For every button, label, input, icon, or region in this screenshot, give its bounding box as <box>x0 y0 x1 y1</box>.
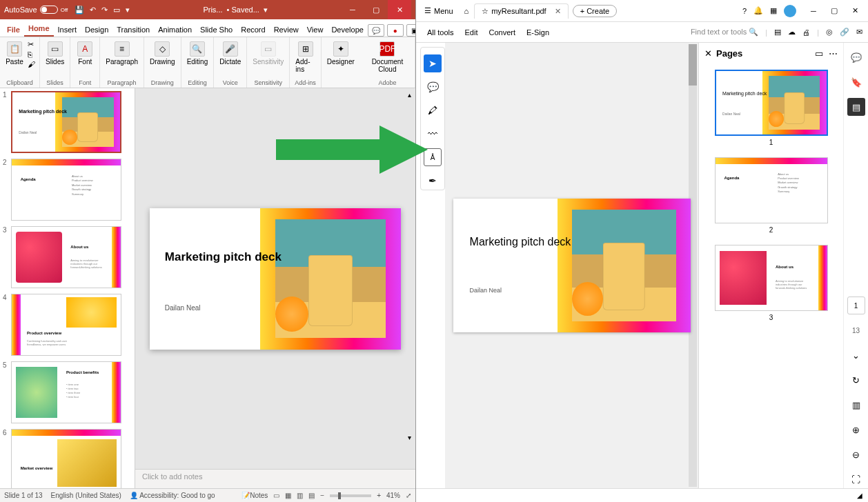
toggle-switch-icon[interactable] <box>40 6 58 14</box>
save-state[interactable]: • Saved... <box>227 6 259 14</box>
maximize-button[interactable]: ▢ <box>824 1 845 21</box>
start-slideshow-icon[interactable]: ▭ <box>113 6 120 14</box>
tab-insert[interactable]: Insert <box>54 23 81 37</box>
create-button[interactable]: + Create <box>573 5 618 17</box>
fullscreen-icon[interactable]: ⛶ <box>847 470 865 488</box>
editing-button[interactable]: 🔍Editing <box>186 40 210 67</box>
zoom-slider[interactable] <box>330 494 371 497</box>
designer-button[interactable]: ✦Designer <box>326 40 356 67</box>
thumb-preview[interactable]: Marketing pitch deckDailan Neal <box>11 91 121 153</box>
print-icon[interactable]: 🖨 <box>802 28 810 37</box>
thumb-preview[interactable]: About usAiming to revolutionizeindustrie… <box>11 226 121 288</box>
close-tab-icon[interactable]: ✕ <box>555 7 561 16</box>
doc-name[interactable]: Pris... <box>203 6 222 14</box>
tab-animations[interactable]: Animation <box>154 23 196 37</box>
copy-icon[interactable]: ⎘ <box>28 50 35 59</box>
addins-button[interactable]: ⊞Add-ins <box>294 40 316 74</box>
thumb-preview[interactable]: Market overview <box>11 429 121 488</box>
acrobat-document-view[interactable]: Marketing pitch deck Dailan Neal <box>445 43 698 488</box>
thumb-preview[interactable]: Product overviewCombining functionality … <box>11 294 121 356</box>
new-slide-button[interactable]: ▭Slides <box>44 40 66 67</box>
close-panel-icon[interactable]: ✕ <box>704 48 712 59</box>
maximize-button[interactable]: ▢ <box>364 0 388 19</box>
tab-review[interactable]: Review <box>270 23 303 37</box>
page-thumb-3[interactable]: About usAiming to revolutionizeindustrie… <box>715 245 828 311</box>
rotate-icon[interactable]: ↻ <box>847 371 865 389</box>
apps-icon[interactable]: ▦ <box>770 6 777 15</box>
dictate-button[interactable]: 🎤Dictate <box>218 40 242 67</box>
tab-developer[interactable]: Develope <box>327 23 367 37</box>
menu-button[interactable]: ☰ Menu <box>419 3 459 18</box>
slide-thumb-4[interactable]: 4Product overviewCombining functionality… <box>3 294 132 356</box>
close-button[interactable]: ✕ <box>845 1 865 21</box>
draw-tool-icon[interactable]: 〰 <box>424 125 442 143</box>
pdf-page[interactable]: Marketing pitch deck Dailan Neal <box>453 199 691 332</box>
pages-panel-icon[interactable]: ▤ <box>847 98 865 116</box>
user-avatar[interactable] <box>784 5 796 17</box>
slide-canvas[interactable]: Marketing pitch deck Dailan Neal ▴ ▾ <box>135 88 415 469</box>
text-tool-icon[interactable]: Å <box>424 148 442 166</box>
help-icon[interactable]: ? <box>742 7 747 15</box>
edit-button[interactable]: Edit <box>460 26 484 39</box>
tab-record[interactable]: Record <box>237 23 269 37</box>
comments-icon[interactable]: 💬 <box>368 24 384 37</box>
zoom-out-icon[interactable]: ⊖ <box>847 445 865 463</box>
accessibility-status[interactable]: 👤 Accessibility: Good to go <box>130 492 215 499</box>
minimize-button[interactable]: ─ <box>341 0 364 19</box>
save-icon[interactable]: 💾 <box>75 6 84 14</box>
tab-file[interactable]: File <box>3 23 24 37</box>
zoom-in-icon[interactable]: + <box>377 492 381 499</box>
convert-button[interactable]: Convert <box>484 26 522 39</box>
bookmark-panel-icon[interactable]: 🔖 <box>847 73 865 91</box>
document-cloud-button[interactable]: PDFDocument Cloud <box>364 40 411 74</box>
tab-view[interactable]: View <box>303 23 328 37</box>
comment-tool-icon[interactable]: 💬 <box>424 78 442 96</box>
slide-thumb-5[interactable]: 5Product benefits• item one• item two• i… <box>3 361 132 423</box>
autosave-toggle[interactable]: AutoSave Off <box>4 6 68 14</box>
tab-slideshow[interactable]: Slide Sho <box>196 23 237 37</box>
slide-thumb-6[interactable]: 6Market overview <box>3 429 132 488</box>
home-icon[interactable]: ⌂ <box>459 4 475 18</box>
page-thumb-1[interactable]: Marketing pitch deckDailan Neal <box>715 70 828 136</box>
page-thumb-2[interactable]: AgendaAbout usProduct overviewMarket ove… <box>715 157 828 223</box>
slideshow-view-icon[interactable]: ▤ <box>308 492 315 499</box>
zoom-in-icon[interactable]: ⊕ <box>847 421 865 439</box>
thumb-preview[interactable]: Product benefits• item one• item two• it… <box>11 361 121 423</box>
upload-icon[interactable]: ☁ <box>788 28 796 37</box>
star-icon[interactable]: ☆ <box>482 7 489 16</box>
cut-icon[interactable]: ✂ <box>28 40 35 49</box>
paste-button[interactable]: 📋Paste <box>4 40 25 67</box>
tab-transitions[interactable]: Transition <box>112 23 154 37</box>
slide-author[interactable]: Dailan Neal <box>165 304 201 312</box>
paragraph-button[interactable]: ≡Paragraph <box>104 40 139 67</box>
redo-icon[interactable]: ↷ <box>101 6 108 14</box>
notes-input[interactable]: Click to add notes <box>135 469 415 488</box>
page-options-icon[interactable]: ▭ <box>815 48 823 59</box>
font-button[interactable]: AFont <box>75 40 95 67</box>
slide-thumb-3[interactable]: 3About usAiming to revolutionizeindustri… <box>3 226 132 288</box>
close-button[interactable]: ✕ <box>388 0 411 19</box>
slide-thumb-2[interactable]: 2AgendaAbout usProduct overviewMarket ov… <box>3 159 132 221</box>
find-input[interactable]: Find text or tools 🔍 <box>691 28 758 37</box>
slide-position[interactable]: Slide 1 of 13 <box>4 492 43 499</box>
format-painter-icon[interactable]: 🖌 <box>28 60 35 68</box>
esign-button[interactable]: E-Sign <box>521 26 555 39</box>
pages-thumbnail-list[interactable]: Marketing pitch deckDailan Neal1AgendaAb… <box>699 64 843 488</box>
bell-icon[interactable]: 🔔 <box>753 6 763 15</box>
record-icon[interactable]: ● <box>387 24 404 37</box>
expand-icon[interactable]: ⌄ <box>847 346 865 364</box>
reading-view-icon[interactable]: ▥ <box>297 492 303 499</box>
link-icon[interactable]: 🔗 <box>840 28 849 37</box>
drawing-button[interactable]: ◇Drawing <box>148 40 177 67</box>
language-status[interactable]: English (United States) <box>51 492 121 499</box>
sign-tool-icon[interactable]: ✒ <box>424 172 442 190</box>
save-icon[interactable]: ▤ <box>774 28 781 37</box>
highlight-tool-icon[interactable]: 🖍 <box>424 101 442 119</box>
fit-slide-icon[interactable]: ⤢ <box>406 492 411 499</box>
vertical-scrollbar[interactable]: ▴ ▾ <box>404 91 414 441</box>
zoom-out-icon[interactable]: − <box>320 492 324 499</box>
zoom-value[interactable]: 41% <box>386 492 400 499</box>
page-number-badge[interactable]: 1 <box>847 297 865 314</box>
email-icon[interactable]: ✉ <box>856 28 862 37</box>
more-options-icon[interactable]: ⋯ <box>829 48 838 59</box>
